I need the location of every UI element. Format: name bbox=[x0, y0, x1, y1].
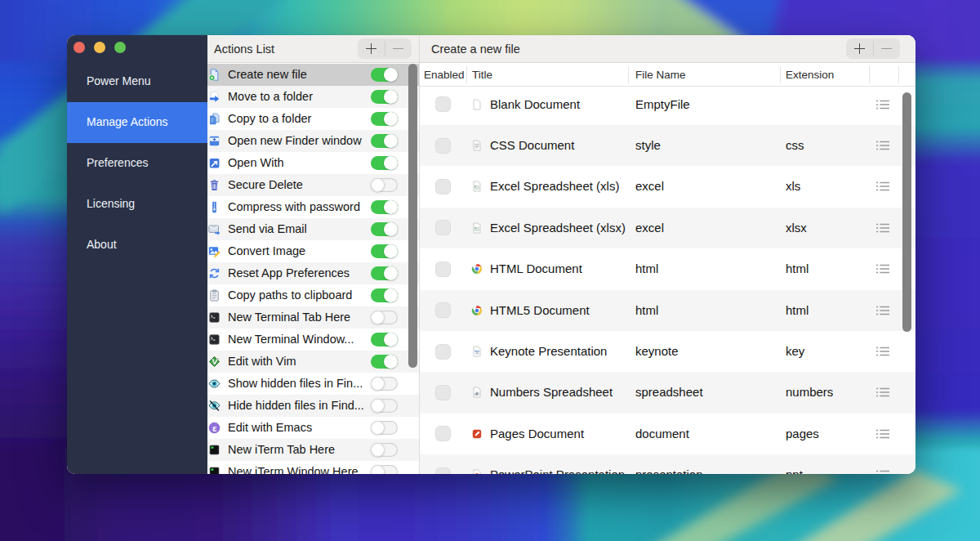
svg-text:ε: ε bbox=[212, 423, 217, 433]
